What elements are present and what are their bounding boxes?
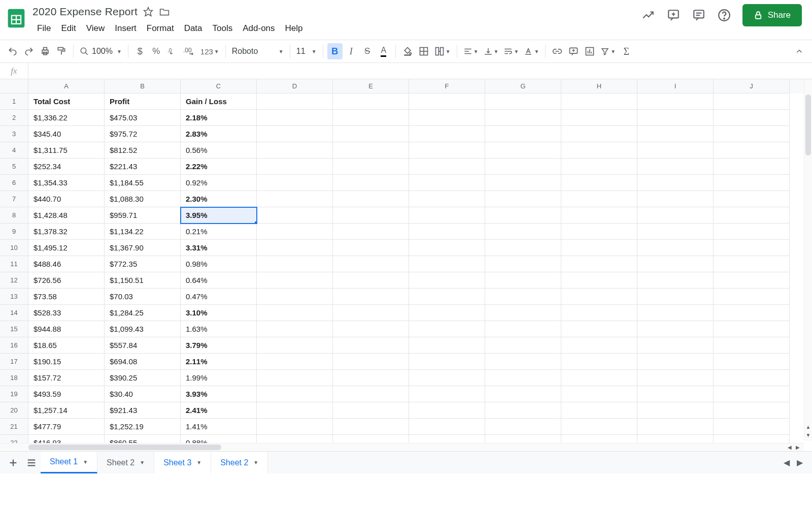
cell-F11[interactable]: [409, 256, 485, 272]
cell-A9[interactable]: $1,378.32: [28, 224, 105, 240]
cell-J11[interactable]: [714, 256, 790, 272]
cell-J16[interactable]: [714, 337, 790, 354]
cell-E9[interactable]: [333, 224, 409, 240]
redo-button[interactable]: [21, 43, 37, 59]
cell-H11[interactable]: [561, 256, 637, 272]
cell-D1[interactable]: [257, 93, 333, 110]
cell-C7[interactable]: 2.30%: [181, 191, 257, 207]
cell-A6[interactable]: $1,354.33: [28, 175, 105, 191]
cell-G11[interactable]: [485, 256, 561, 272]
cell-H3[interactable]: [561, 126, 637, 142]
column-header-B[interactable]: B: [105, 79, 181, 93]
document-title[interactable]: 2020 Expense Report: [32, 6, 138, 18]
cell-C18[interactable]: 1.99%: [181, 370, 257, 386]
insert-chart-button[interactable]: [582, 43, 597, 59]
fill-color-button[interactable]: [400, 43, 415, 59]
activity-icon[interactable]: [641, 8, 655, 22]
cell-G21[interactable]: [485, 419, 561, 435]
cell-B18[interactable]: $390.25: [105, 370, 181, 386]
cell-C3[interactable]: 2.83%: [181, 126, 257, 142]
cell-F10[interactable]: [409, 240, 485, 256]
cell-I2[interactable]: [637, 110, 714, 126]
cell-C9[interactable]: 0.21%: [181, 224, 257, 240]
cell-J20[interactable]: [714, 402, 790, 419]
menu-add-ons[interactable]: Add-ons: [238, 21, 279, 36]
cell-I10[interactable]: [637, 240, 714, 256]
cell-J7[interactable]: [714, 191, 790, 207]
cell-A5[interactable]: $252.34: [28, 158, 105, 175]
bold-button[interactable]: B: [327, 43, 343, 59]
increase-decimal-button[interactable]: .00: [181, 43, 197, 59]
number-format-dropdown[interactable]: 123▼: [198, 43, 221, 59]
cell-A3[interactable]: $345.40: [28, 126, 105, 142]
cell-D11[interactable]: [257, 256, 333, 272]
row-header-11[interactable]: 11: [0, 256, 28, 272]
cell-H13[interactable]: [561, 289, 637, 305]
functions-button[interactable]: Σ: [619, 43, 634, 59]
cell-J12[interactable]: [714, 272, 790, 289]
cell-J19[interactable]: [714, 386, 790, 402]
horizontal-align-dropdown[interactable]: ▼: [461, 43, 481, 59]
cell-I14[interactable]: [637, 305, 714, 321]
cell-D2[interactable]: [257, 110, 333, 126]
cell-D15[interactable]: [257, 321, 333, 337]
cell-C1[interactable]: Gain / Loss: [181, 93, 257, 110]
cell-H16[interactable]: [561, 337, 637, 354]
row-header-17[interactable]: 17: [0, 354, 28, 370]
cell-E11[interactable]: [333, 256, 409, 272]
cell-G9[interactable]: [485, 224, 561, 240]
cell-I3[interactable]: [637, 126, 714, 142]
cell-B7[interactable]: $1,088.30: [105, 191, 181, 207]
fx-icon[interactable]: fx: [0, 63, 28, 79]
cell-A17[interactable]: $190.15: [28, 354, 105, 370]
cell-D8[interactable]: [257, 207, 333, 224]
print-button[interactable]: [38, 43, 53, 59]
cell-C2[interactable]: 2.18%: [181, 110, 257, 126]
cell-B2[interactable]: $475.03: [105, 110, 181, 126]
cell-C20[interactable]: 2.41%: [181, 402, 257, 419]
row-header-1[interactable]: 1: [0, 93, 28, 110]
cell-I8[interactable]: [637, 207, 714, 224]
cell-A21[interactable]: $477.79: [28, 419, 105, 435]
cell-A14[interactable]: $528.33: [28, 305, 105, 321]
cell-E13[interactable]: [333, 289, 409, 305]
zoom-dropdown[interactable]: 100% ▼: [78, 43, 124, 59]
cell-H19[interactable]: [561, 386, 637, 402]
cell-J13[interactable]: [714, 289, 790, 305]
cell-E15[interactable]: [333, 321, 409, 337]
cell-C17[interactable]: 2.11%: [181, 354, 257, 370]
sheet-prev-button[interactable]: ◀: [784, 458, 790, 467]
cell-G3[interactable]: [485, 126, 561, 142]
cell-G6[interactable]: [485, 175, 561, 191]
cell-J17[interactable]: [714, 354, 790, 370]
cell-D17[interactable]: [257, 354, 333, 370]
cell-B5[interactable]: $221.43: [105, 158, 181, 175]
sheets-logo-icon[interactable]: [5, 4, 27, 33]
cell-I9[interactable]: [637, 224, 714, 240]
cell-A10[interactable]: $1,495.12: [28, 240, 105, 256]
cell-D5[interactable]: [257, 158, 333, 175]
column-header-A[interactable]: A: [28, 79, 105, 93]
font-family-dropdown[interactable]: Roboto▼: [230, 43, 286, 59]
star-icon[interactable]: [143, 6, 154, 17]
cell-B12[interactable]: $1,150.51: [105, 272, 181, 289]
cell-B9[interactable]: $1,134.22: [105, 224, 181, 240]
row-header-10[interactable]: 10: [0, 240, 28, 256]
scroll-up-icon[interactable]: ▲: [804, 423, 812, 431]
cell-G5[interactable]: [485, 158, 561, 175]
cell-E6[interactable]: [333, 175, 409, 191]
cell-B14[interactable]: $1,284.25: [105, 305, 181, 321]
cell-F17[interactable]: [409, 354, 485, 370]
cell-F18[interactable]: [409, 370, 485, 386]
menu-insert[interactable]: Insert: [110, 21, 141, 36]
cell-G12[interactable]: [485, 272, 561, 289]
menu-tools[interactable]: Tools: [208, 21, 238, 36]
cell-J6[interactable]: [714, 175, 790, 191]
cell-G20[interactable]: [485, 402, 561, 419]
cell-A12[interactable]: $726.56: [28, 272, 105, 289]
cell-D20[interactable]: [257, 402, 333, 419]
scrollbar-thumb[interactable]: [805, 94, 811, 155]
cell-G2[interactable]: [485, 110, 561, 126]
cell-G19[interactable]: [485, 386, 561, 402]
cell-E2[interactable]: [333, 110, 409, 126]
